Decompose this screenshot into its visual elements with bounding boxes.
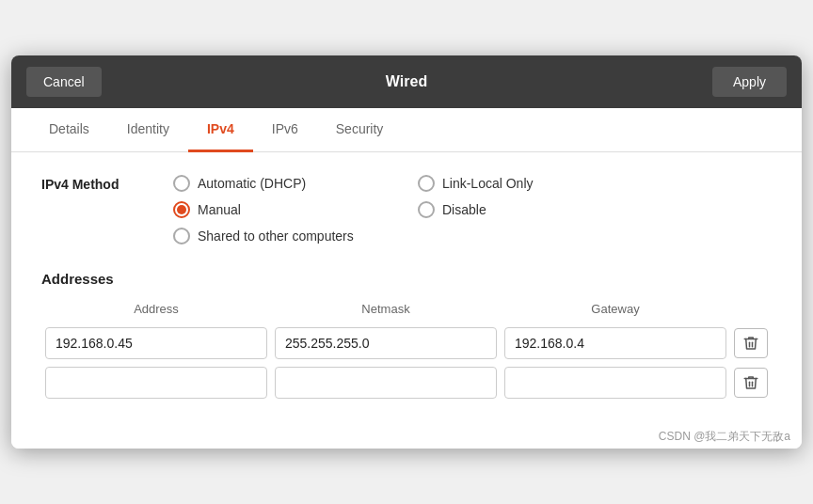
- radio-label-link-local: Link-Local Only: [442, 176, 534, 191]
- netmask-cell-0: [271, 323, 501, 363]
- footer-note: CSDN @我二弟天下无敌a: [11, 421, 802, 449]
- address-input-1[interactable]: [45, 367, 267, 399]
- tab-ipv6[interactable]: IPv6: [253, 108, 317, 152]
- delete-cell-1: [730, 363, 772, 402]
- address-input-0[interactable]: [45, 327, 267, 359]
- addresses-section: Addresses Address Netmask Gateway: [41, 271, 772, 402]
- method-label: IPv4 Method: [41, 175, 173, 192]
- tab-security[interactable]: Security: [317, 108, 403, 152]
- gateway-cell-0: [501, 323, 730, 363]
- radio-disable[interactable]: Disable: [418, 201, 625, 218]
- address-row-1: [41, 363, 772, 402]
- method-options: Automatic (DHCP) Link-Local Only Manual …: [173, 175, 625, 244]
- radio-circle-disable: [418, 201, 435, 218]
- delete-row-0-button[interactable]: [734, 328, 768, 358]
- addresses-table: Address Netmask Gateway: [41, 298, 772, 402]
- radio-dhcp[interactable]: Automatic (DHCP): [173, 175, 380, 192]
- radio-label-manual: Manual: [198, 202, 241, 217]
- radio-label-dhcp: Automatic (DHCP): [198, 176, 306, 191]
- tab-identity[interactable]: Identity: [108, 108, 188, 152]
- radio-circle-dhcp: [173, 175, 190, 192]
- radio-label-disable: Disable: [442, 202, 486, 217]
- titlebar: Cancel Wired Apply: [11, 55, 802, 108]
- titlebar-right: Apply: [406, 67, 787, 97]
- method-section: IPv4 Method Automatic (DHCP) Link-Local …: [41, 175, 772, 244]
- address-row-0: [41, 323, 772, 363]
- trash-icon-1: [742, 374, 759, 391]
- col-address: Address: [41, 298, 271, 323]
- radio-circle-link-local: [418, 175, 435, 192]
- trash-icon-0: [742, 335, 759, 352]
- col-gateway: Gateway: [501, 298, 730, 323]
- netmask-input-1[interactable]: [275, 367, 497, 399]
- titlebar-left: Cancel: [26, 67, 406, 97]
- content-area: IPv4 Method Automatic (DHCP) Link-Local …: [11, 152, 802, 421]
- radio-manual[interactable]: Manual: [173, 201, 380, 218]
- gateway-input-0[interactable]: [504, 327, 726, 359]
- address-cell-0: [41, 323, 271, 363]
- radio-circle-shared: [173, 228, 190, 244]
- delete-row-1-button[interactable]: [734, 368, 768, 398]
- addresses-title: Addresses: [41, 271, 772, 287]
- dialog-title: Wired: [386, 73, 427, 90]
- netmask-cell-1: [271, 363, 501, 402]
- radio-label-shared: Shared to other computers: [198, 228, 354, 244]
- col-actions: [730, 298, 772, 323]
- gateway-cell-1: [501, 363, 730, 402]
- col-netmask: Netmask: [271, 298, 501, 323]
- radio-circle-manual: [173, 201, 190, 218]
- tabs-container: Details Identity IPv4 IPv6 Security: [11, 108, 802, 152]
- gateway-input-1[interactable]: [504, 367, 726, 399]
- radio-link-local[interactable]: Link-Local Only: [418, 175, 625, 192]
- tab-details[interactable]: Details: [30, 108, 108, 152]
- netmask-input-0[interactable]: [275, 327, 497, 359]
- delete-cell-0: [730, 323, 772, 363]
- apply-button[interactable]: Apply: [712, 67, 787, 97]
- tab-ipv4[interactable]: IPv4: [188, 108, 253, 152]
- radio-shared[interactable]: Shared to other computers: [173, 228, 380, 244]
- cancel-button[interactable]: Cancel: [26, 67, 102, 97]
- address-cell-1: [41, 363, 271, 402]
- network-dialog: Cancel Wired Apply Details Identity IPv4…: [11, 55, 802, 449]
